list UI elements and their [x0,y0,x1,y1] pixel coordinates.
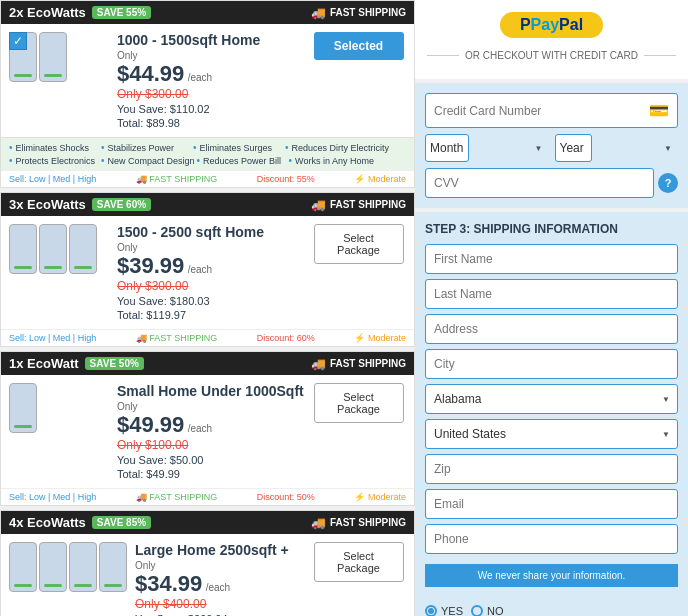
device-img-3x-1 [39,224,67,274]
credit-card-section: 💳 Month 010203 040506 070809 101112 Year… [415,83,688,208]
year-select[interactable]: Year 202420252026 202720282029 [555,134,592,162]
badge-save-2x: SAVE 55% [92,6,151,19]
device-img-1x-0 [9,383,37,433]
price-main-4x: $34.99 [135,571,202,596]
package-label-1x: 1x EcoWatt [9,356,79,371]
cvv-help-icon[interactable]: ? [658,173,678,193]
savings-1x: You Save: $50.00 [117,454,311,466]
only-label-1x: Only [117,401,311,412]
footer-shipping-3x: 🚚 FAST SHIPPING [136,333,217,343]
package-images-2x: ✓ [9,32,109,82]
paypal-pal: Pal [559,16,583,33]
package-info-4x: Large Home 2500sqft + Only $34.99 /each … [127,542,311,616]
state-select-wrapper: Alabama Alaska California Texas New York [425,384,678,414]
last-name-input[interactable] [425,279,678,309]
select-button-3x[interactable]: Select Package [314,224,404,264]
device-img-3x-2 [69,224,97,274]
package-info-1x: Small Home Under 1000Sqft Only $49.99 /e… [109,383,311,480]
fast-shipping-text-1x: FAST SHIPPING [330,358,406,369]
package-header-left-3x: 3x EcoWatts SAVE 60% [9,197,151,212]
shipping-section: STEP 3: SHIPPING INFORMATION Alabama Ala… [415,212,688,597]
only-label-2x: Only [117,50,311,61]
device-img-3x-0 [9,224,37,274]
price-original-1x: Only $100.00 [117,438,311,452]
first-name-input[interactable] [425,244,678,274]
price-main-2x: $44.99 [117,61,184,86]
device-img-4x-3 [99,542,127,592]
package-header-4x: 4x EcoWatts SAVE 85% 🚚 FAST SHIPPING [1,511,414,534]
package-title-3x: 1500 - 2500 sqft Home [117,224,311,240]
selected-checkbox-2x[interactable]: ✓ [9,32,27,50]
zip-input[interactable] [425,454,678,484]
savings-2x: You Save: $110.02 [117,103,311,115]
credit-card-icon: 💳 [649,101,669,120]
feature-item: New Compact Design [101,155,195,166]
city-input[interactable] [425,349,678,379]
package-header-left-2x: 2x EcoWatts SAVE 55% [9,5,151,20]
footer-shipping-2x: 🚚 FAST SHIPPING [136,174,217,184]
package-body-4x: Large Home 2500sqft + Only $34.99 /each … [1,534,414,616]
price-each-2x: /each [188,72,212,83]
package-footer-2x: Sell: Low | Med | High 🚚 FAST SHIPPING D… [1,170,414,187]
select-button-4x[interactable]: Select Package [314,542,404,582]
yes-label: YES [441,605,463,616]
only-label-3x: Only [117,242,311,253]
package-label-3x: 3x EcoWatts [9,197,86,212]
feature-item: Protects Electronics [9,155,99,166]
only-label-4x: Only [135,560,311,571]
left-panel: 2x EcoWatts SAVE 55% 🚚 FAST SHIPPING ✓ 1… [0,0,415,616]
price-original-2x: Only $300.00 [117,87,311,101]
cvv-input[interactable] [425,168,654,198]
cc-number-wrapper: 💳 [425,93,678,128]
phone-input[interactable] [425,524,678,554]
paypal-p2: Pay [531,16,559,33]
footer-links-1x: Sell: Low | Med | High [9,492,96,502]
truck-icon-1x: 🚚 [311,357,326,371]
address-input[interactable] [425,314,678,344]
or-divider: OR CHECKOUT WITH CREDIT CARD [427,50,676,61]
selected-button-2x[interactable]: Selected [314,32,404,60]
package-action-3x: Select Package [311,224,406,264]
email-input[interactable] [425,489,678,519]
select-button-1x[interactable]: Select Package [314,383,404,423]
package-action-1x: Select Package [311,383,406,423]
no-radio-dot[interactable] [471,605,483,616]
cc-expiry-row: Month 010203 040506 070809 101112 Year 2… [425,134,678,162]
footer-links-2x: Sell: Low | Med | High [9,174,96,184]
package-footer-1x: Sell: Low | Med | High 🚚 FAST SHIPPING D… [1,488,414,505]
cc-number-input[interactable] [434,104,649,118]
month-select[interactable]: Month 010203 040506 070809 101112 [425,134,469,162]
right-panel: PPayPal OR CHECKOUT WITH CREDIT CARD 💳 M… [415,0,688,616]
shipping-title: STEP 3: SHIPPING INFORMATION [425,222,678,236]
truck-icon-3x: 🚚 [311,198,326,212]
risk-1x: ⚡ Moderate [354,492,406,502]
billing-row: YES NO [425,605,678,616]
package-label-2x: 2x EcoWatts [9,5,86,20]
price-row-1x: $49.99 /each [117,412,311,438]
price-each-1x: /each [188,423,212,434]
state-select[interactable]: Alabama Alaska California Texas New York [425,384,678,414]
package-title-2x: 1000 - 1500sqft Home [117,32,311,48]
device-img-4x-2 [69,542,97,592]
package-features-2x: Eliminates ShocksStabilizes PowerElimina… [1,137,414,170]
paypal-button[interactable]: PPayPal [500,12,603,38]
package-images-4x [9,542,127,592]
paypal-section: PPayPal OR CHECKOUT WITH CREDIT CARD [415,0,688,79]
package-title-4x: Large Home 2500sqft + [135,542,311,558]
package-header-1x: 1x EcoWatt SAVE 50% 🚚 FAST SHIPPING [1,352,414,375]
fast-shipping-2x: 🚚 FAST SHIPPING [311,6,406,20]
yes-radio-dot[interactable] [425,605,437,616]
yes-radio-group[interactable]: YES [425,605,463,616]
fast-shipping-1x: 🚚 FAST SHIPPING [311,357,406,371]
feature-item: Stabilizes Power [101,142,191,153]
truck-icon-2x: 🚚 [311,6,326,20]
package-title-1x: Small Home Under 1000Sqft [117,383,311,399]
fast-shipping-text-4x: FAST SHIPPING [330,517,406,528]
no-radio-group[interactable]: NO [471,605,504,616]
package-body-3x: 1500 - 2500 sqft Home Only $39.99 /each … [1,216,414,329]
paypal-p1: P [520,16,531,33]
country-select[interactable]: United States Canada United Kingdom [425,419,678,449]
package-images-3x [9,224,109,274]
risk-3x: ⚡ Moderate [354,333,406,343]
package-header-3x: 3x EcoWatts SAVE 60% 🚚 FAST SHIPPING [1,193,414,216]
